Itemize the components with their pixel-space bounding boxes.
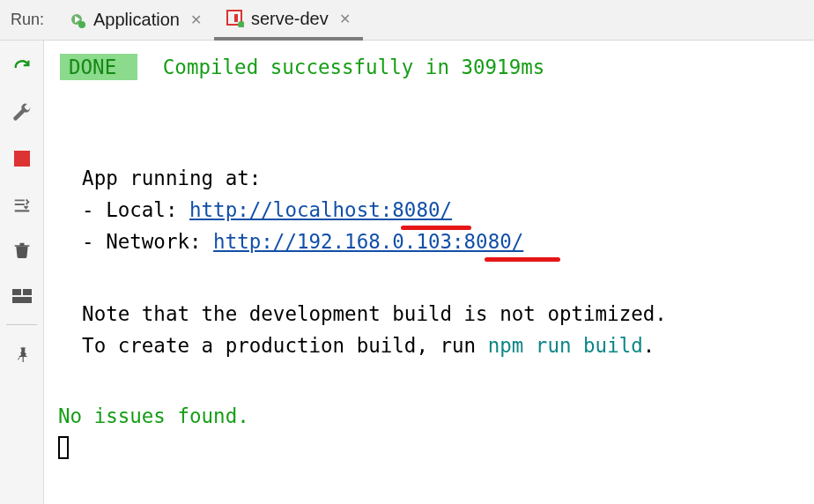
svg-rect-9 bbox=[23, 289, 32, 295]
trash-icon[interactable] bbox=[10, 238, 34, 263]
text-cursor bbox=[58, 436, 69, 459]
run-tabs: Application ✕ serve-dev ✕ bbox=[56, 0, 363, 40]
app-running-label: App running at: bbox=[82, 167, 261, 189]
console-output[interactable]: DONE Compiled successfully in 30919ms Ap… bbox=[44, 41, 814, 504]
wrench-icon[interactable] bbox=[10, 100, 34, 125]
application-run-icon bbox=[69, 11, 86, 29]
separator bbox=[6, 324, 36, 325]
pin-icon[interactable] bbox=[10, 341, 34, 366]
tab-serve-dev[interactable]: serve-dev ✕ bbox=[214, 0, 363, 41]
svg-rect-4 bbox=[234, 14, 238, 22]
svg-point-2 bbox=[78, 21, 85, 28]
run-label: Run: bbox=[5, 11, 49, 29]
run-gutter bbox=[0, 41, 44, 504]
npm-command: npm run build bbox=[488, 334, 643, 357]
compiled-message: Compiled successfully in 30919ms bbox=[163, 56, 544, 78]
tab-application[interactable]: Application ✕ bbox=[56, 0, 214, 40]
svg-rect-8 bbox=[12, 289, 21, 295]
svg-point-5 bbox=[238, 21, 244, 27]
note-line: Note that the development build is not o… bbox=[82, 302, 667, 325]
npm-icon bbox=[226, 10, 244, 27]
no-issues-msg: No issues found. bbox=[58, 400, 810, 432]
close-icon[interactable]: ✕ bbox=[339, 11, 351, 27]
local-label: - Local: bbox=[82, 198, 189, 221]
tab-label: Application bbox=[93, 10, 180, 30]
status-badge: DONE bbox=[60, 54, 137, 80]
stop-button[interactable] bbox=[10, 146, 34, 171]
create-line: To create a production build, run bbox=[82, 334, 488, 357]
network-label: - Network: bbox=[82, 230, 213, 253]
scroll-to-end-icon[interactable] bbox=[10, 192, 34, 217]
close-icon[interactable]: ✕ bbox=[190, 11, 202, 28]
svg-rect-6 bbox=[14, 151, 30, 167]
run-panel-header: Run: Application ✕ serve-dev bbox=[0, 0, 814, 41]
network-url-link[interactable]: http://192.168.0.103:8080/ bbox=[213, 226, 523, 257]
rerun-button[interactable] bbox=[10, 55, 34, 79]
tab-label: serve-dev bbox=[251, 9, 329, 29]
annotation-underline bbox=[485, 257, 560, 262]
svg-marker-7 bbox=[23, 206, 28, 210]
layout-icon[interactable] bbox=[10, 284, 34, 308]
svg-rect-10 bbox=[12, 297, 32, 303]
local-url-link[interactable]: http://localhost:8080/ bbox=[189, 194, 452, 226]
